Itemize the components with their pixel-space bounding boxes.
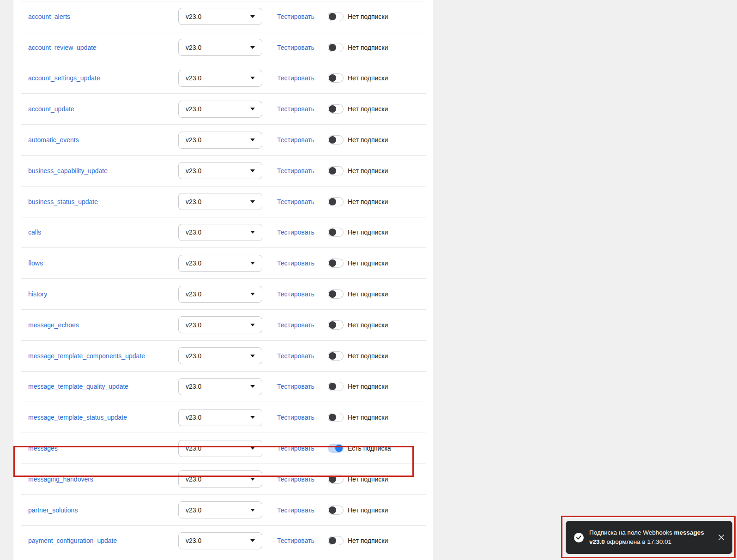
version-value: v23.0 — [186, 136, 201, 144]
test-link[interactable]: Тестировать — [277, 13, 314, 20]
field-link[interactable]: message_template_quality_update — [28, 383, 128, 390]
toggle-knob — [329, 44, 336, 51]
field-link[interactable]: messages — [28, 445, 58, 452]
test-link[interactable]: Тестировать — [277, 352, 314, 360]
subscribe-toggle[interactable] — [328, 73, 344, 83]
version-dropdown[interactable]: v23.0 — [178, 440, 262, 457]
subscription-status: Нет подписки — [348, 105, 388, 113]
toggle-knob — [329, 136, 336, 144]
field-link[interactable]: account_review_update — [28, 44, 97, 51]
version-dropdown[interactable]: v23.0 — [178, 193, 262, 210]
subscribe-toggle[interactable] — [328, 166, 344, 175]
webhook-fields-table: account_alerts v23.0 Тестировать Нет под… — [13, 0, 433, 556]
subscribe-toggle[interactable] — [328, 536, 344, 545]
chevron-down-icon — [250, 293, 255, 295]
version-dropdown[interactable]: v23.0 — [178, 501, 262, 518]
field-link[interactable]: business_status_update — [28, 198, 98, 205]
chevron-down-icon — [250, 478, 255, 481]
test-link[interactable]: Тестировать — [277, 290, 314, 298]
version-dropdown[interactable]: v23.0 — [178, 162, 262, 179]
field-link[interactable]: message_template_status_update — [28, 414, 127, 421]
subscribe-toggle[interactable] — [328, 475, 344, 484]
field-link[interactable]: history — [28, 290, 47, 298]
subscribe-toggle[interactable] — [328, 289, 344, 299]
field-link[interactable]: partner_solutions — [28, 506, 78, 514]
version-dropdown[interactable]: v23.0 — [178, 8, 262, 25]
test-link[interactable]: Тестировать — [277, 383, 314, 390]
chevron-down-icon — [250, 77, 255, 79]
subscribe-toggle[interactable] — [328, 104, 344, 114]
version-dropdown[interactable]: v23.0 — [178, 286, 262, 303]
version-dropdown[interactable]: v23.0 — [178, 132, 262, 149]
table-row: automatic_events v23.0 Тестировать Нет п… — [21, 124, 426, 155]
toggle-knob — [329, 414, 336, 421]
subscribe-toggle[interactable] — [328, 135, 344, 145]
field-link[interactable]: business_capability_update — [28, 167, 108, 175]
close-icon[interactable] — [717, 534, 726, 541]
test-link[interactable]: Тестировать — [277, 136, 314, 144]
toast-line2-bold: v23.0 — [589, 538, 605, 545]
test-link[interactable]: Тестировать — [277, 198, 314, 205]
test-link[interactable]: Тестировать — [277, 537, 314, 544]
toggle-knob — [329, 383, 336, 390]
toggle-knob — [329, 321, 336, 329]
version-value: v23.0 — [186, 506, 201, 514]
subscribe-toggle[interactable] — [328, 413, 344, 422]
version-dropdown[interactable]: v23.0 — [178, 70, 262, 87]
subscribe-toggle[interactable] — [328, 444, 344, 453]
test-link[interactable]: Тестировать — [277, 229, 314, 236]
version-dropdown[interactable]: v23.0 — [178, 409, 262, 426]
test-link[interactable]: Тестировать — [277, 506, 314, 514]
subscribe-toggle[interactable] — [328, 12, 344, 21]
subscribe-toggle[interactable] — [328, 259, 344, 268]
test-link[interactable]: Тестировать — [277, 259, 314, 267]
subscribe-toggle[interactable] — [328, 320, 344, 330]
field-link[interactable]: account_update — [28, 105, 74, 113]
subscribe-toggle[interactable] — [328, 351, 344, 361]
chevron-down-icon — [250, 385, 255, 388]
test-link[interactable]: Тестировать — [277, 105, 314, 113]
test-link[interactable]: Тестировать — [277, 321, 314, 329]
version-value: v23.0 — [186, 44, 201, 51]
test-link[interactable]: Тестировать — [277, 445, 314, 452]
version-value: v23.0 — [186, 383, 201, 390]
field-link[interactable]: flows — [28, 259, 43, 267]
field-link[interactable]: account_alerts — [28, 13, 70, 20]
test-link[interactable]: Тестировать — [277, 414, 314, 421]
field-link[interactable]: automatic_events — [28, 136, 79, 144]
field-link[interactable]: message_echoes — [28, 321, 79, 329]
test-link[interactable]: Тестировать — [277, 476, 314, 483]
version-dropdown[interactable]: v23.0 — [178, 255, 262, 272]
subscription-status: Нет подписки — [348, 167, 388, 175]
test-link[interactable]: Тестировать — [277, 44, 314, 51]
version-value: v23.0 — [186, 445, 201, 452]
table-row: messaging_handovers v23.0 Тестировать Не… — [21, 464, 426, 494]
version-dropdown[interactable]: v23.0 — [178, 532, 262, 549]
version-dropdown[interactable]: v23.0 — [178, 39, 262, 56]
version-dropdown[interactable]: v23.0 — [178, 378, 262, 395]
field-link[interactable]: message_template_components_update — [28, 352, 145, 360]
version-dropdown[interactable]: v23.0 — [178, 470, 262, 488]
table-row: account_settings_update v23.0 Тестироват… — [21, 63, 426, 94]
field-link[interactable]: payment_configuration_update — [28, 537, 117, 544]
version-dropdown[interactable]: v23.0 — [178, 316, 262, 333]
subscribe-toggle[interactable] — [328, 197, 344, 206]
version-value: v23.0 — [186, 105, 201, 113]
test-link[interactable]: Тестировать — [277, 74, 314, 82]
table-row: message_template_components_update v23.0… — [21, 340, 426, 371]
version-dropdown[interactable]: v23.0 — [178, 347, 262, 364]
subscribe-toggle[interactable] — [328, 506, 344, 515]
version-dropdown[interactable]: v23.0 — [178, 224, 262, 241]
field-link[interactable]: calls — [28, 229, 41, 236]
subscription-status: Нет подписки — [348, 74, 388, 82]
subscribe-toggle[interactable] — [328, 43, 344, 52]
version-value: v23.0 — [186, 198, 201, 205]
test-link[interactable]: Тестировать — [277, 167, 314, 175]
version-value: v23.0 — [186, 290, 201, 298]
version-dropdown[interactable]: v23.0 — [178, 101, 262, 118]
subscription-status: Нет подписки — [348, 44, 388, 51]
field-link[interactable]: account_settings_update — [28, 74, 100, 82]
subscribe-toggle[interactable] — [328, 228, 344, 237]
field-link[interactable]: messaging_handovers — [28, 476, 93, 483]
subscribe-toggle[interactable] — [328, 382, 344, 391]
